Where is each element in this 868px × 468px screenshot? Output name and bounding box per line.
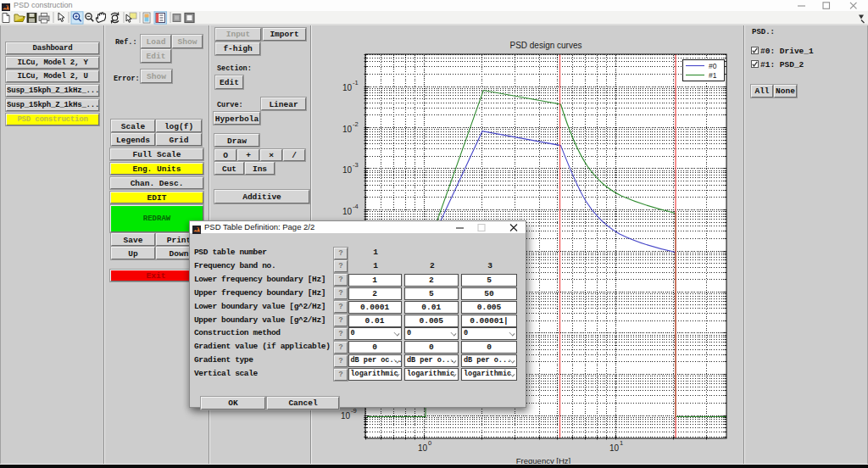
svg-text:#0: #0	[709, 62, 717, 70]
svg-text:10: 10	[418, 443, 428, 453]
svg-text:10: 10	[341, 411, 351, 421]
svg-text:10: 10	[342, 125, 353, 134]
svg-text:-9: -9	[351, 407, 357, 415]
svg-text:-4: -4	[353, 203, 359, 210]
svg-text:-3: -3	[353, 161, 359, 169]
svg-text:PSD design curves: PSD design curves	[509, 41, 581, 50]
svg-text:10: 10	[609, 443, 620, 453]
svg-text:10: 10	[342, 83, 353, 92]
svg-text:1: 1	[620, 439, 623, 447]
svg-text:0: 0	[428, 439, 431, 447]
svg-text:Frequency [Hz]: Frequency [Hz]	[516, 456, 570, 465]
svg-text:-1: -1	[353, 79, 359, 86]
svg-text:-2: -2	[353, 120, 359, 128]
svg-text:10: 10	[342, 165, 353, 175]
svg-text:#1: #1	[709, 71, 717, 80]
svg-text:10: 10	[342, 207, 353, 216]
